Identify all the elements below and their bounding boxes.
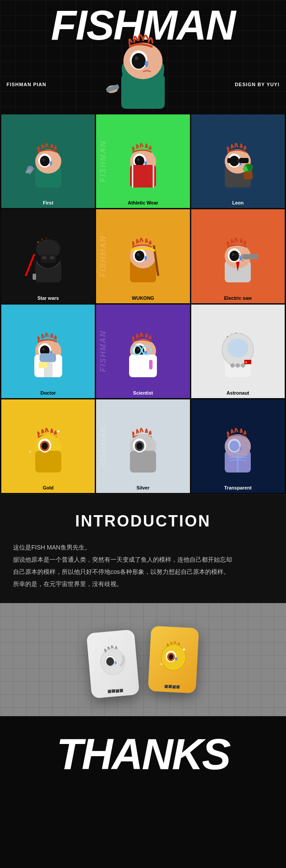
card-item-starwars[interactable]: Star wars [1, 209, 95, 303]
svg-point-3 [132, 53, 146, 69]
svg-point-19 [135, 156, 144, 166]
svg-point-20 [137, 158, 140, 161]
svg-point-14 [50, 163, 52, 165]
svg-point-103 [227, 338, 248, 358]
svg-point-145 [229, 441, 239, 451]
svg-rect-51 [50, 256, 54, 259]
product-label-2: ⬛⬛⬛⬛ [164, 685, 180, 689]
svg-rect-69 [243, 254, 258, 259]
svg-rect-131 [130, 451, 156, 473]
svg-point-107 [236, 363, 240, 368]
svg-point-32 [239, 163, 241, 165]
svg-point-106 [230, 363, 235, 368]
card-label-wukong: WUKONG [96, 295, 190, 301]
thanks-title: THANKS [9, 729, 277, 779]
svg-line-52 [26, 254, 34, 276]
svg-point-76 [42, 348, 45, 351]
intro-section: INTRODUCTION 这位是FISH MAN鱼男先生。据说他原本是一个普通人… [0, 494, 286, 603]
card-label-starwars: Star wars [1, 295, 95, 301]
svg-text:✦: ✦ [29, 450, 32, 454]
svg-rect-53 [33, 274, 36, 280]
svg-text:★: ★ [245, 361, 247, 364]
intro-text-line: 自己原本的模样，所以他只好不停地cos各种形象，以努力想起自己原本的模样。 [13, 566, 273, 578]
svg-rect-33 [227, 158, 237, 163]
card-item-wukong[interactable]: FISHMAN [96, 209, 190, 303]
svg-rect-81 [40, 353, 56, 362]
svg-text:✦: ✦ [182, 647, 186, 653]
card-item-astronaut[interactable]: ★ Astronaut [191, 305, 285, 398]
svg-point-39 [247, 164, 253, 170]
svg-rect-50 [42, 256, 47, 259]
svg-point-134 [136, 442, 143, 449]
svg-point-11 [40, 156, 50, 166]
product-section: ⬛⬛⬛⬛ ✦ ✦ ⬛⬛⬛⬛ [0, 603, 286, 716]
intro-title: INTRODUCTION [13, 512, 273, 530]
hero-subtitle-right: DESIGN BY YUYI [235, 82, 279, 87]
intro-text: 这位是FISH MAN鱼男先生。据说他原本是一个普通人类，突然有一天变成了鱼人的… [13, 541, 273, 590]
svg-point-66 [232, 253, 234, 256]
card-item-electricsaw[interactable]: Electric saw [191, 209, 285, 303]
card-label-transparent: Transparent [191, 485, 285, 490]
svg-point-57 [135, 251, 144, 261]
card-item-transparent[interactable]: Transparent [191, 399, 285, 493]
svg-point-6 [145, 64, 148, 67]
svg-point-4 [135, 57, 138, 60]
svg-rect-94 [149, 360, 153, 369]
product-label-1: ⬛⬛⬛⬛ [107, 689, 123, 694]
product-card-white: ⬛⬛⬛⬛ [86, 630, 140, 699]
intro-text-line: 所幸的是，在元宇宙世界里，没有歧视。 [13, 578, 273, 590]
svg-point-87 [137, 348, 140, 351]
svg-rect-34 [239, 158, 249, 163]
card-label-leon: Leon [191, 200, 285, 205]
card-label-first: First [1, 200, 95, 205]
svg-rect-36 [244, 171, 253, 179]
svg-text:✦: ✦ [56, 429, 60, 435]
hero-subtitle-left: FISHMAN PIAN [7, 82, 46, 87]
svg-point-12 [42, 158, 45, 161]
hero-character [95, 17, 191, 113]
card-label-athletic: Athletic Wear [96, 200, 190, 205]
card-item-gold[interactable]: ✦ ✦ Gold [1, 399, 95, 493]
card-label-electricsaw: Electric saw [191, 295, 285, 301]
svg-rect-82 [39, 362, 47, 368]
svg-rect-117 [35, 451, 61, 473]
card-label-doctor: Doctor [1, 390, 95, 395]
card-item-athletic[interactable]: FISHMAN [96, 114, 190, 208]
thanks-section: THANKS [0, 716, 286, 797]
cards-grid: First FISHMAN [0, 113, 286, 494]
cards-section: First FISHMAN [0, 113, 286, 494]
intro-text-line: 这位是FISH MAN鱼男先生。 [13, 541, 273, 553]
svg-point-120 [42, 442, 48, 449]
svg-point-60 [145, 258, 146, 260]
svg-rect-23 [130, 165, 156, 188]
svg-text:✦: ✦ [160, 663, 163, 667]
svg-point-58 [137, 253, 140, 256]
svg-rect-90 [129, 355, 157, 377]
card-item-first[interactable]: First [1, 114, 95, 208]
card-label-gold: Gold [1, 485, 95, 490]
card-label-astronaut: Astronaut [191, 390, 285, 395]
svg-point-108 [241, 363, 245, 368]
card-item-leon[interactable]: Leon [191, 114, 285, 208]
hero-section: FISHMAN FISHMAN PIAN DESIGN BY YUYI [0, 0, 286, 113]
card-item-scientist[interactable]: FISHMAN [96, 305, 190, 398]
product-display: ⬛⬛⬛⬛ ✦ ✦ ⬛⬛⬛⬛ [89, 627, 197, 692]
card-item-doctor[interactable]: Doctor [1, 305, 95, 398]
card-label-scientist: Scientist [96, 390, 190, 395]
product-card-yellow: ✦ ✦ ⬛⬛⬛⬛ [148, 626, 199, 694]
card-item-silver[interactable]: FISHMAN [96, 399, 190, 493]
card-label-silver: Silver [96, 485, 190, 490]
intro-text-line: 据说他原本是一个普通人类，突然有一天变成了鱼人的模样，连他自己都开始忘却 [13, 553, 273, 566]
